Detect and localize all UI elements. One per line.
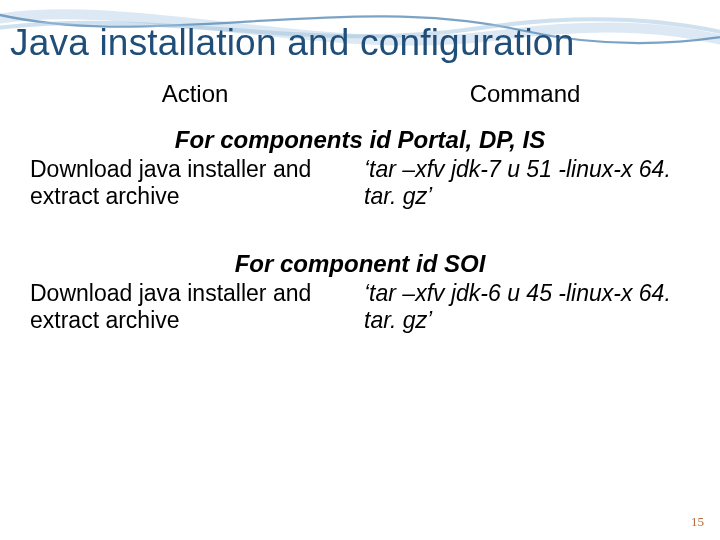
section-title-2: For component id SOI (30, 250, 690, 278)
table-header-row: Action Command (30, 80, 690, 108)
cell-command: ‘tar –xfv jdk-7 u 51 -linux-x 64. tar. g… (362, 156, 690, 210)
header-command: Command (360, 80, 690, 108)
table-row: Download java installer and extract arch… (30, 280, 690, 334)
cell-command: ‘tar –xfv jdk-6 u 45 -linux-x 64. tar. g… (362, 280, 690, 334)
section-title-1: For components id Portal, DP, IS (30, 126, 690, 154)
cell-action: Download java installer and extract arch… (30, 280, 362, 334)
page-number: 15 (691, 514, 704, 530)
header-action: Action (30, 80, 360, 108)
table-row: Download java installer and extract arch… (30, 156, 690, 210)
cell-action: Download java installer and extract arch… (30, 156, 362, 210)
slide: Java installation and configuration Acti… (0, 0, 720, 540)
content-area: Action Command For components id Portal,… (30, 80, 690, 375)
slide-title: Java installation and configuration (10, 22, 710, 64)
